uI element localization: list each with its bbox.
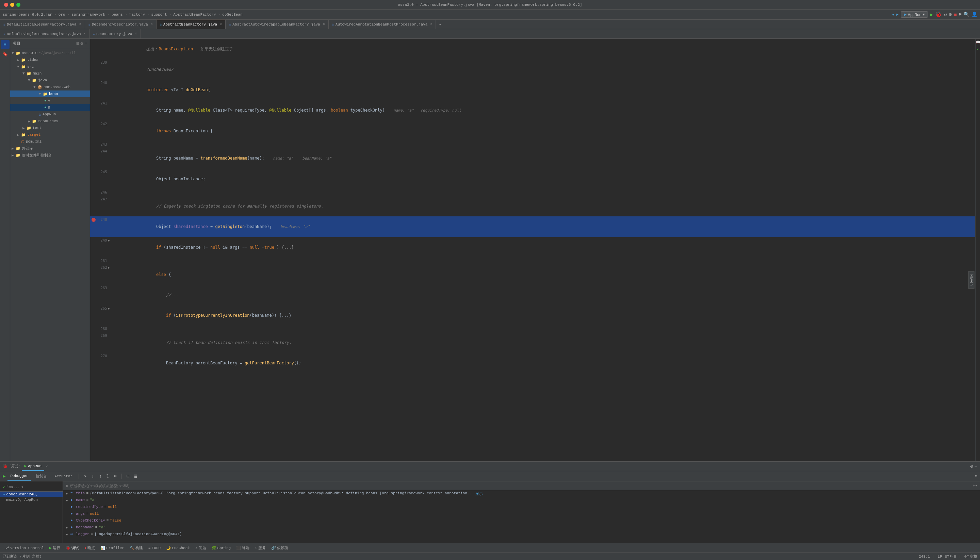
breadcrumb-support[interactable]: support bbox=[151, 13, 167, 17]
tab-defaultlistable[interactable]: ☕ DefaultListableBeanFactory.java × bbox=[0, 20, 85, 29]
tab-actuator[interactable]: Actuator bbox=[52, 471, 75, 481]
step-into-icon[interactable]: ↓ bbox=[90, 473, 96, 480]
tree-item-A[interactable]: ● A bbox=[10, 97, 90, 104]
breadcrumb-springframework[interactable]: springframework bbox=[72, 13, 105, 17]
debug-run-icon[interactable]: 🐞 bbox=[935, 11, 942, 18]
cursor-position[interactable]: 248:1 bbox=[919, 555, 930, 558]
tab-close-icon[interactable]: × bbox=[135, 32, 137, 36]
run-icon[interactable]: ▶ bbox=[930, 11, 933, 18]
var-item-args[interactable]: ▶ ● args = null bbox=[63, 512, 980, 518]
settings-icon[interactable]: ⚙ bbox=[949, 12, 952, 17]
indent-settings[interactable]: 4个空格 bbox=[964, 554, 977, 559]
tab-close-icon[interactable]: × bbox=[220, 23, 222, 27]
watch-expression-input[interactable] bbox=[69, 484, 973, 488]
breadcrumb-org[interactable]: org bbox=[58, 13, 65, 17]
settings-icon[interactable]: ⚙ bbox=[80, 41, 83, 46]
code-editor[interactable]: 抛出：BeansException – 如果无法创建豆子 239 /unchec… bbox=[90, 39, 975, 461]
breakpoint-248[interactable] bbox=[92, 218, 96, 222]
var-item-name[interactable]: ▶ ● name = "a" bbox=[63, 498, 980, 505]
run-config-button[interactable]: ▶ AppRun ▾ bbox=[901, 11, 928, 18]
bottom-panel-minimize-icon[interactable]: − bbox=[975, 464, 977, 469]
tree-item-AppRun[interactable]: ☕ AppRun bbox=[10, 111, 90, 118]
terminal-btn[interactable]: ⬛ 终端 bbox=[234, 545, 252, 551]
run-btn[interactable]: ▶ 运行 bbox=[47, 545, 62, 551]
tab-beanfactory[interactable]: ☕ BeanFactory.java × bbox=[90, 29, 141, 38]
var-item-requiredType[interactable]: ▶ ● requiredType = null bbox=[63, 505, 980, 512]
filter-icon[interactable]: ▾ bbox=[21, 485, 23, 489]
tab-close-icon[interactable]: × bbox=[151, 22, 153, 26]
breadcrumb-method[interactable]: doGetBean bbox=[222, 13, 242, 17]
tab-close-icon[interactable]: × bbox=[430, 22, 432, 26]
tree-item-src[interactable]: ▼ 📁 src bbox=[10, 63, 90, 70]
breakpoints-btn[interactable]: ● 断点 bbox=[82, 545, 97, 551]
maven-tab[interactable]: Maven bbox=[968, 271, 974, 288]
var-item-typeCheckOnly[interactable]: ▶ ● typeCheckOnly = false bbox=[63, 518, 980, 525]
breadcrumb-beans[interactable]: beans bbox=[112, 13, 123, 17]
var-item-beanName[interactable]: ▶ ● beanName = "a" bbox=[63, 525, 980, 532]
tree-item-com-ossa-web[interactable]: ▼ 📦 com.ossa.web bbox=[10, 84, 90, 90]
spring-btn[interactable]: 🌿 Spring bbox=[210, 545, 233, 551]
evaluate-icon[interactable]: ≈ bbox=[112, 473, 118, 480]
minimize-button[interactable] bbox=[10, 3, 14, 7]
profiler-btn[interactable]: 📊 Profiler bbox=[98, 545, 126, 551]
project-panel-icon[interactable]: ≡ bbox=[1, 40, 10, 49]
bookmarks-icon[interactable]: 🔖 bbox=[1, 50, 10, 58]
stack-frame-main[interactable]: → main:9, AppRun bbox=[0, 497, 63, 503]
show-more-button[interactable]: 显示 bbox=[475, 491, 483, 497]
tab-autowired[interactable]: ☕ AutowiredAnnotationBeanPostProcessor.j… bbox=[329, 20, 436, 29]
var-item-logger[interactable]: ▶ ∞ logger = {LogAdapter$Slf4jLocationAw… bbox=[63, 532, 980, 538]
resume-icon[interactable]: ▶ bbox=[3, 473, 5, 479]
tree-item-bean[interactable]: ▼ 📁 bean bbox=[10, 90, 90, 97]
stack-frame-doGetBean[interactable]: → doGetBean:248, bbox=[0, 492, 63, 497]
tab-defaultsingleton[interactable]: ☕ DefaultSingletonBeanRegistry.java × bbox=[0, 29, 90, 38]
fold-arrow-265[interactable]: ▶ bbox=[108, 305, 110, 312]
var-item-this[interactable]: ▶ ≡ this = {DefaultListableBeanFactory@4… bbox=[63, 491, 980, 498]
expand-panel-icon[interactable]: ⊡ bbox=[975, 474, 977, 478]
tree-item-java[interactable]: ▼ 📁 java bbox=[10, 77, 90, 84]
tree-item-idea[interactable]: ▶ 📁 .idea bbox=[10, 57, 90, 63]
add-watch-icon[interactable]: + bbox=[973, 484, 975, 488]
luacheck-btn[interactable]: 🌙 LuaCheck bbox=[164, 545, 192, 551]
tab-abstractautowire[interactable]: ☕ AbstractAutowireCapableBeanFactory.jav… bbox=[226, 20, 329, 29]
grid-view-icon[interactable]: ⊞ bbox=[125, 473, 131, 480]
debug-btn-bar[interactable]: 🐞 调试 bbox=[63, 545, 81, 551]
avatar-icon[interactable]: 👤 bbox=[972, 12, 977, 17]
step-out-icon[interactable]: ↑ bbox=[98, 473, 103, 480]
todo-btn[interactable]: ≡ TODO bbox=[146, 545, 163, 551]
close-button[interactable] bbox=[4, 3, 8, 7]
collapse-all-icon[interactable]: ⊟ bbox=[77, 41, 79, 46]
version-control-btn[interactable]: ⎇ Version Control bbox=[3, 545, 46, 551]
stop-icon[interactable]: ◼ bbox=[954, 12, 957, 17]
tree-item-B[interactable]: ● B bbox=[10, 104, 90, 111]
list-view-icon[interactable]: ≣ bbox=[133, 473, 138, 480]
bottom-panel-settings-icon[interactable]: ⚙ bbox=[970, 463, 973, 469]
bottom-tab-apprun[interactable]: ▶ AppRun bbox=[22, 462, 44, 471]
tree-item-target[interactable]: ▶ 📁 target bbox=[10, 131, 90, 138]
close-sidebar-icon[interactable]: − bbox=[84, 41, 87, 46]
step-over-icon[interactable]: ↷ bbox=[82, 473, 88, 480]
more-tabs-button[interactable]: ⋯ bbox=[436, 22, 444, 27]
fold-arrow-249[interactable]: ▶ bbox=[108, 237, 110, 244]
tab-close-icon[interactable]: × bbox=[79, 22, 81, 26]
tree-item-ossa30[interactable]: ▼ 📁 ossa3.0 ~/java/java/seckil bbox=[10, 50, 90, 57]
tree-item-test[interactable]: ▶ 📁 test bbox=[10, 125, 90, 131]
tree-item-resources[interactable]: ▶ 📁 resources bbox=[10, 118, 90, 125]
problems-btn[interactable]: ⚠ 问题 bbox=[193, 545, 208, 551]
tree-item-main[interactable]: ▼ 📁 main bbox=[10, 70, 90, 77]
breadcrumb-class[interactable]: AbstractBeanFactory bbox=[173, 13, 216, 17]
breadcrumb-project[interactable]: spring-beans-6.0.2.jar bbox=[3, 13, 52, 17]
build-btn[interactable]: 🔨 构建 bbox=[128, 545, 145, 551]
search-icon[interactable]: 🔍 bbox=[964, 12, 970, 17]
run-to-cursor-icon[interactable]: ⤵ bbox=[105, 473, 110, 480]
tab-abstractbean[interactable]: ☕ AbstractBeanFactory.java × bbox=[157, 20, 226, 29]
fold-arrow-262[interactable]: ▶ bbox=[108, 264, 110, 271]
translate-icon[interactable]: ⚑ bbox=[959, 12, 962, 17]
bottom-tab-close-icon[interactable]: × bbox=[46, 464, 48, 468]
tab-debugger[interactable]: Debugger bbox=[7, 471, 31, 481]
deps-btn[interactable]: 🔗 依赖项 bbox=[269, 545, 290, 551]
breadcrumb-factory[interactable]: factory bbox=[129, 13, 145, 17]
tab-dependency[interactable]: ☕ DependencyDescriptor.java × bbox=[85, 20, 157, 29]
rerun-icon[interactable]: ↺ bbox=[944, 12, 947, 17]
nav-forward-icon[interactable]: ▶ bbox=[896, 12, 899, 17]
services-btn[interactable]: ⚡ 服务 bbox=[253, 545, 268, 551]
